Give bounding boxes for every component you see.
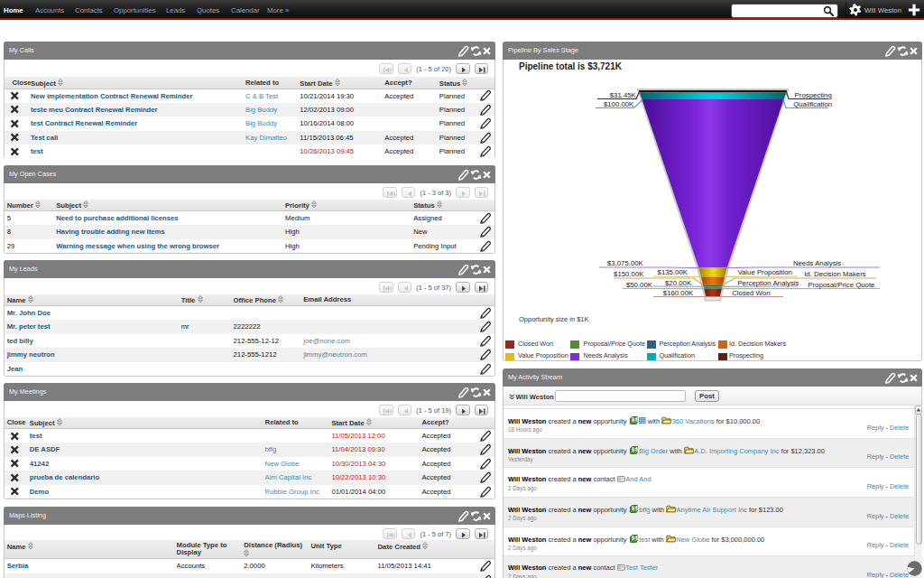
svg-text:Qualification: Qualification [793,100,832,108]
svg-text:$: $ [633,416,636,424]
svg-text:$20.00K: $20.00K [665,279,692,287]
svg-text:Id. Decision Makers: Id. Decision Makers [804,270,866,278]
svg-text:Value Proposition: Value Proposition [737,268,792,276]
svg-text:Prospecting: Prospecting [795,91,832,99]
svg-text:$100.00K: $100.00K [604,100,634,108]
svg-text:$150.00K: $150.00K [614,270,644,278]
svg-text:$160.00K: $160.00K [663,289,694,297]
svg-text:Closed Won: Closed Won [732,289,770,297]
svg-text:$50.00K: $50.00K [626,281,653,289]
svg-text:$31.45K: $31.45K [610,91,637,99]
svg-text:$: $ [633,535,636,542]
svg-text:Proposal/Price Quote: Proposal/Price Quote [808,281,874,289]
svg-text:$135.00K: $135.00K [658,268,688,276]
svg-text:$: $ [633,446,636,453]
svg-text:$3,075.00K: $3,075.00K [607,259,644,267]
svg-text:Perception Analysis: Perception Analysis [737,279,799,287]
svg-text:$: $ [633,505,636,512]
svg-text:Needs Analysis: Needs Analysis [793,259,841,267]
